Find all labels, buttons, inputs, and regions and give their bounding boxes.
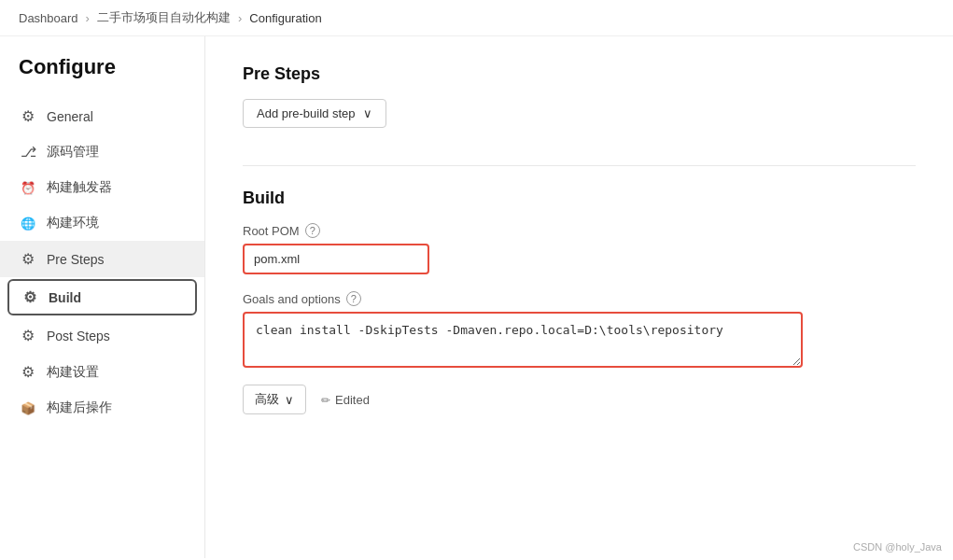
sidebar-item-label: 源码管理 (47, 144, 99, 161)
breadcrumb: Dashboard › 二手市场项目自动化构建 › Configuration (0, 0, 953, 36)
sidebar-item-label: 构建环境 (47, 215, 99, 231)
add-pre-build-step-label: Add pre-build step (257, 106, 356, 120)
root-pom-label-text: Root POM (243, 224, 300, 238)
goals-options-label-text: Goals and options (243, 292, 341, 306)
postbuild-icon (19, 399, 37, 416)
presteps-icon (19, 250, 37, 268)
breadcrumb-project[interactable]: 二手市场项目自动化构建 (97, 9, 231, 26)
trigger-icon (19, 179, 37, 196)
add-pre-build-chevron-icon: ∨ (363, 106, 372, 120)
buildsettings-icon (19, 363, 37, 381)
breadcrumb-sep-1: › (86, 11, 90, 25)
sidebar-item-presteps[interactable]: Pre Steps (0, 241, 204, 277)
sidebar-item-label: Build (49, 290, 81, 305)
advanced-chevron-icon: ∨ (285, 393, 294, 407)
sidebar-item-label: 构建后操作 (47, 399, 112, 416)
sidebar-item-label: General (47, 109, 93, 124)
content-area: Pre Steps Add pre-build step ∨ Build Roo… (205, 36, 953, 558)
section-divider (243, 165, 916, 166)
sidebar-item-source[interactable]: 源码管理 (0, 134, 204, 170)
sidebar-item-buildsettings[interactable]: 构建设置 (0, 354, 204, 390)
sidebar-item-build[interactable]: Build (7, 279, 197, 315)
root-pom-label: Root POM ? (243, 223, 916, 238)
sidebar-item-postbuild[interactable]: 构建后操作 (0, 390, 204, 426)
sidebar: Configure General 源码管理 构建触发器 构建环境 Pre St… (0, 36, 205, 558)
env-icon (19, 215, 37, 231)
build-icon (21, 288, 39, 306)
sidebar-item-poststeps[interactable]: Post Steps (0, 317, 204, 354)
goals-options-field-group: Goals and options ? (243, 291, 916, 368)
sidebar-item-general[interactable]: General (0, 98, 204, 134)
breadcrumb-current: Configuration (249, 11, 321, 25)
sidebar-title: Configure (0, 55, 204, 98)
pencil-icon (321, 393, 330, 407)
sidebar-item-label: 构建触发器 (47, 179, 112, 196)
sidebar-item-label: Post Steps (47, 329, 110, 343)
advanced-label: 高级 (255, 391, 279, 408)
breadcrumb-sep-2: › (238, 11, 242, 25)
build-title: Build (243, 189, 916, 208)
goals-options-input[interactable] (243, 312, 803, 368)
advanced-button[interactable]: 高级 ∨ (243, 385, 306, 414)
watermark: CSDN @holy_Java (853, 541, 942, 553)
sidebar-item-env[interactable]: 构建环境 (0, 205, 204, 241)
pre-steps-title: Pre Steps (243, 64, 916, 84)
goals-options-label: Goals and options ? (243, 291, 916, 306)
edited-text: Edited (335, 393, 370, 407)
edited-indicator: Edited (321, 393, 370, 407)
breadcrumb-dashboard[interactable]: Dashboard (19, 11, 78, 25)
add-pre-build-step-button[interactable]: Add pre-build step ∨ (243, 99, 386, 128)
root-pom-input[interactable] (243, 244, 429, 274)
gear-icon (19, 107, 37, 125)
footer-actions: 高级 ∨ Edited (243, 385, 916, 414)
root-pom-help-icon[interactable]: ? (305, 223, 320, 238)
root-pom-field-group: Root POM ? (243, 223, 916, 274)
sidebar-item-label: Pre Steps (47, 252, 104, 267)
source-icon (19, 144, 37, 161)
sidebar-item-label: 构建设置 (47, 364, 99, 381)
sidebar-item-trigger[interactable]: 构建触发器 (0, 170, 204, 205)
poststeps-icon (19, 327, 37, 344)
main-layout: Configure General 源码管理 构建触发器 构建环境 Pre St… (0, 36, 953, 558)
goals-options-help-icon[interactable]: ? (346, 291, 361, 306)
